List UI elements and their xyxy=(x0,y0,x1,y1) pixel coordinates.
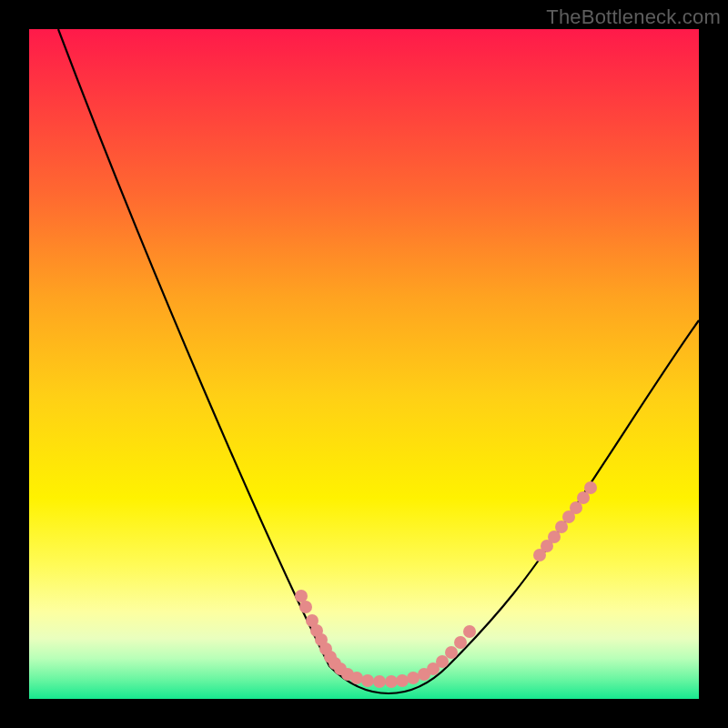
highlight-dot xyxy=(396,674,409,687)
highlight-dot xyxy=(454,636,467,649)
highlight-dot xyxy=(445,646,458,659)
highlight-dot xyxy=(463,625,476,638)
highlight-dots xyxy=(295,481,597,688)
highlight-dot xyxy=(299,601,312,613)
bottleneck-curve xyxy=(58,29,699,693)
highlight-dot xyxy=(385,675,398,688)
highlight-dot xyxy=(436,655,449,668)
highlight-dot xyxy=(295,590,308,602)
chart-svg xyxy=(29,29,699,699)
highlight-dot xyxy=(350,672,363,684)
highlight-dot xyxy=(361,674,374,687)
watermark-text: TheBottleneck.com xyxy=(546,5,721,29)
highlight-dot xyxy=(373,675,386,688)
highlight-dot xyxy=(407,672,420,684)
highlight-dot xyxy=(584,481,597,494)
chart-plot-area xyxy=(29,29,699,699)
